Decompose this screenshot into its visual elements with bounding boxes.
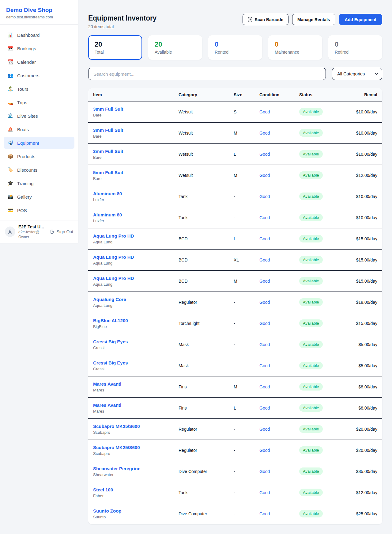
- item-condition-link[interactable]: Good: [259, 321, 270, 326]
- item-name-link[interactable]: Cressi Big Eyes: [93, 339, 128, 344]
- item-condition-link[interactable]: Good: [259, 406, 270, 410]
- item-name-link[interactable]: Aqualung Core: [93, 297, 126, 302]
- item-name-link[interactable]: Mares Avanti: [93, 402, 121, 408]
- item-brand: Aqua Lung: [93, 282, 174, 287]
- stat-card-total[interactable]: 20 Total: [88, 35, 142, 60]
- item-name-link[interactable]: 3mm Full Suit: [93, 149, 123, 154]
- item-condition-link[interactable]: Good: [259, 469, 270, 474]
- sidebar-item-tours[interactable]: 🏝️ Tours: [4, 83, 74, 95]
- table-row: Cressi Big Eyes Cressi Mask - Good Avail…: [88, 355, 382, 376]
- sign-out-button[interactable]: Sign Out: [50, 229, 73, 234]
- sidebar-item-label: Equipment: [17, 140, 39, 146]
- column-header: Rental: [346, 88, 382, 101]
- item-status-cell: Available: [297, 440, 346, 461]
- item-rental: $20.00/day: [346, 418, 382, 440]
- sidebar-item-gallery[interactable]: 📸 Gallery: [4, 191, 74, 203]
- sidebar-item-equipment[interactable]: 🤿 Equipment: [4, 137, 74, 149]
- item-condition-link[interactable]: Good: [259, 215, 270, 220]
- item-name-link[interactable]: 5mm Full Suit: [93, 170, 123, 175]
- sidebar-item-trips[interactable]: 🚤 Trips: [4, 96, 74, 109]
- item-cell: Aluminum 80 Luxfer: [88, 207, 176, 228]
- sidebar-item-icon-discounts: 🏷️: [7, 167, 13, 173]
- item-condition-link[interactable]: Good: [259, 490, 270, 495]
- column-header: Item: [88, 88, 176, 101]
- stat-card-rented[interactable]: 0 Rented: [208, 35, 262, 60]
- stat-card-available[interactable]: 20 Available: [148, 35, 202, 60]
- item-size: M: [231, 165, 257, 186]
- item-category: BCD: [176, 270, 231, 292]
- item-name-link[interactable]: Scubapro MK25/S600: [93, 445, 140, 450]
- item-cell: Aqua Lung Pro HD Aqua Lung: [88, 249, 176, 270]
- item-name-link[interactable]: Aqua Lung Pro HD: [93, 254, 134, 260]
- item-name-link[interactable]: Cressi Big Eyes: [93, 360, 128, 365]
- item-name-link[interactable]: 3mm Full Suit: [93, 128, 123, 133]
- item-rental: $18.00/day: [346, 292, 382, 313]
- page-title-block: Equipment Inventory 20 items total: [88, 13, 156, 29]
- item-condition-link[interactable]: Good: [259, 448, 270, 453]
- item-cell: 3mm Full Suit Bare: [88, 101, 176, 122]
- item-size: -: [231, 440, 257, 461]
- category-select[interactable]: All Categories: [332, 68, 382, 80]
- item-condition-link[interactable]: Good: [259, 363, 270, 368]
- item-name-link[interactable]: Suunto Zoop: [93, 508, 121, 513]
- item-condition-link[interactable]: Good: [259, 257, 270, 262]
- stat-card-retired[interactable]: 0 Retired: [328, 35, 382, 60]
- item-condition-link[interactable]: Good: [259, 279, 270, 284]
- item-condition-link[interactable]: Good: [259, 152, 270, 157]
- item-name-link[interactable]: Aluminum 80: [93, 212, 122, 217]
- item-name-link[interactable]: Aluminum 80: [93, 191, 122, 196]
- item-rental: $12.00/day: [346, 482, 382, 503]
- item-condition-link[interactable]: Good: [259, 384, 270, 389]
- item-condition-link[interactable]: Good: [259, 173, 270, 178]
- item-condition-link[interactable]: Good: [259, 427, 270, 432]
- status-badge: Available: [299, 298, 323, 306]
- sidebar-item-products[interactable]: 📦 Products: [4, 150, 74, 162]
- item-name-link[interactable]: 3mm Full Suit: [93, 106, 123, 112]
- item-name-link[interactable]: Shearwater Peregrine: [93, 466, 140, 471]
- item-rental: $20.00/day: [346, 440, 382, 461]
- add-equipment-button[interactable]: Add Equipment: [339, 14, 382, 25]
- stat-card-maintenance[interactable]: 0 Maintenance: [268, 35, 322, 60]
- search-input[interactable]: [88, 68, 326, 80]
- item-size: -: [231, 313, 257, 334]
- item-name-link[interactable]: Steel 100: [93, 487, 113, 492]
- sidebar-item-customers[interactable]: 👥 Customers: [4, 69, 74, 82]
- table-row: Mares Avanti Mares Fins L Good Available…: [88, 397, 382, 418]
- stat-value: 20: [155, 40, 196, 49]
- item-condition-link[interactable]: Good: [259, 511, 270, 516]
- item-size: L: [231, 143, 257, 165]
- item-cell: Mares Avanti Mares: [88, 397, 176, 418]
- brand-name[interactable]: Demo Dive Shop: [6, 6, 72, 14]
- sidebar-item-dashboard[interactable]: 📊 Dashboard: [4, 29, 74, 41]
- sidebar-item-dive-sites[interactable]: 🌊 Dive Sites: [4, 110, 74, 122]
- item-size: -: [231, 292, 257, 313]
- item-condition-link[interactable]: Good: [259, 236, 270, 241]
- item-condition-cell: Good: [257, 440, 297, 461]
- status-badge: Available: [299, 467, 323, 475]
- sidebar-item-pos[interactable]: 💳 POS: [4, 204, 74, 216]
- avatar: [5, 227, 15, 237]
- scan-barcode-button[interactable]: Scan Barcode: [243, 14, 288, 25]
- item-category: Dive Computer: [176, 461, 231, 482]
- item-name-link[interactable]: Mares Avanti: [93, 381, 121, 387]
- table-row: 5mm Full Suit Bare Wetsuit M Good Availa…: [88, 165, 382, 186]
- sidebar-item-calendar[interactable]: 📆 Calendar: [4, 56, 74, 68]
- item-condition-link[interactable]: Good: [259, 300, 270, 305]
- sidebar-item-boats[interactable]: ⛵ Boats: [4, 123, 74, 135]
- item-condition-link[interactable]: Good: [259, 131, 270, 135]
- item-name-link[interactable]: BigBlue AL1200: [93, 318, 128, 323]
- item-name-link[interactable]: Scubapro MK25/S600: [93, 424, 140, 429]
- item-name-link[interactable]: Aqua Lung Pro HD: [93, 233, 134, 238]
- manage-rentals-button[interactable]: Manage Rentals: [292, 14, 335, 25]
- sidebar-item-icon-dive-sites: 🌊: [7, 113, 13, 119]
- item-name-link[interactable]: Aqua Lung Pro HD: [93, 276, 134, 281]
- sidebar-item-training[interactable]: 🎓 Training: [4, 177, 74, 189]
- item-condition-link[interactable]: Good: [259, 342, 270, 347]
- item-rental: $5.00/day: [346, 334, 382, 355]
- sidebar-item-bookings[interactable]: 📅 Bookings: [4, 42, 74, 55]
- item-condition-link[interactable]: Good: [259, 109, 270, 114]
- item-size: -: [231, 355, 257, 376]
- item-condition-link[interactable]: Good: [259, 194, 270, 199]
- sidebar-item-discounts[interactable]: 🏷️ Discounts: [4, 164, 74, 176]
- sidebar: Demo Dive Shop demo.test.divestreams.com…: [0, 0, 78, 243]
